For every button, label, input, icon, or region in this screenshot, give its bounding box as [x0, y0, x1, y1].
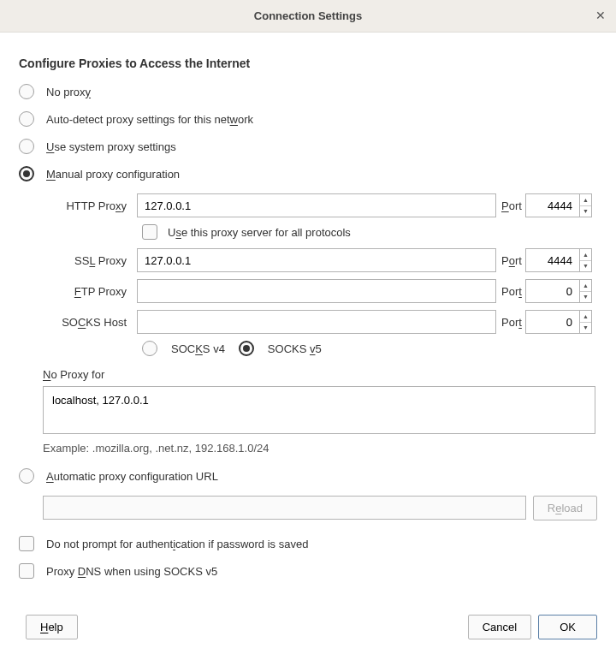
- chevron-down-icon[interactable]: ▼: [580, 323, 591, 334]
- socks-host-label: SOCKS Host: [43, 316, 137, 329]
- radio-label: Manual proxy configuration: [46, 168, 180, 181]
- use-all-label: Use this proxy server for all protocols: [168, 226, 351, 239]
- radio-icon-selected[interactable]: [19, 166, 34, 181]
- proxy-dns-label: Proxy DNS when using SOCKS v5: [46, 565, 217, 578]
- radio-socks-v5[interactable]: [239, 341, 254, 356]
- socks-v5-label: SOCKS v5: [268, 342, 322, 355]
- chevron-down-icon[interactable]: ▼: [580, 261, 591, 272]
- no-proxy-label: No Proxy for: [43, 368, 597, 381]
- ftp-port-input[interactable]: [525, 279, 580, 303]
- close-icon[interactable]: ✕: [595, 9, 606, 22]
- port-spinner[interactable]: ▲▼: [580, 310, 592, 334]
- dialog-title: Connection Settings: [254, 9, 362, 22]
- proxy-dns-checkbox[interactable]: [19, 563, 34, 579]
- no-proxy-example: Example: .mozilla.org, .net.nz, 192.168.…: [43, 442, 597, 455]
- chevron-down-icon[interactable]: ▼: [580, 292, 591, 303]
- radio-system-proxy[interactable]: Use system proxy settings: [19, 139, 597, 154]
- radio-no-proxy[interactable]: No proxy: [19, 84, 597, 99]
- radio-label: Automatic proxy configuration URL: [46, 470, 218, 483]
- reload-button[interactable]: Reload: [533, 496, 597, 520]
- help-button[interactable]: Help: [26, 615, 78, 639]
- ftp-port-label: Port: [496, 285, 525, 298]
- http-port-label: Port: [496, 199, 525, 212]
- radio-icon[interactable]: [19, 84, 34, 99]
- proxy-dns-row[interactable]: Proxy DNS when using SOCKS v5: [19, 563, 597, 579]
- socks-host-row: SOCKS Host Port ▲▼: [43, 310, 597, 334]
- no-proxy-textarea[interactable]: [43, 386, 595, 434]
- http-proxy-input[interactable]: [137, 193, 496, 217]
- ssl-port-input[interactable]: [525, 248, 580, 272]
- pac-url-row: Reload: [43, 496, 597, 520]
- radio-icon[interactable]: [19, 111, 34, 127]
- ftp-proxy-input[interactable]: [137, 279, 496, 303]
- ok-button[interactable]: OK: [538, 615, 597, 639]
- radio-label: Auto-detect proxy settings for this netw…: [46, 113, 253, 126]
- no-auth-prompt-row[interactable]: Do not prompt for authentication if pass…: [19, 536, 597, 551]
- chevron-up-icon[interactable]: ▲: [580, 311, 591, 323]
- dialog-footer: Help Cancel OK: [0, 606, 616, 653]
- radio-icon[interactable]: [19, 468, 34, 484]
- socks-port-label: Port: [496, 316, 525, 329]
- ftp-proxy-label: FTP Proxy: [43, 285, 137, 298]
- radio-label: No proxy: [46, 86, 91, 98]
- http-proxy-row: HTTP Proxy Port ▲▼: [43, 193, 597, 217]
- socks-host-input[interactable]: [137, 310, 496, 334]
- ftp-proxy-row: FTP Proxy Port ▲▼: [43, 279, 597, 303]
- port-spinner[interactable]: ▲▼: [580, 193, 592, 217]
- ssl-proxy-input[interactable]: [137, 248, 496, 272]
- http-port-input[interactable]: [525, 193, 580, 217]
- no-auth-checkbox[interactable]: [19, 536, 34, 551]
- radio-label: Use system proxy settings: [46, 140, 176, 153]
- bottom-checkboxes: Do not prompt for authentication if pass…: [19, 536, 597, 579]
- port-spinner[interactable]: ▲▼: [580, 248, 592, 272]
- http-proxy-label: HTTP Proxy: [43, 199, 137, 212]
- dialog-content: Configure Proxies to Access the Internet…: [0, 33, 616, 606]
- port-spinner[interactable]: ▲▼: [580, 279, 592, 303]
- manual-proxy-form: HTTP Proxy Port ▲▼ Use this proxy server…: [43, 193, 597, 455]
- cancel-button[interactable]: Cancel: [468, 615, 531, 639]
- ssl-port-label: Port: [496, 254, 525, 267]
- socks-version-row: SOCKS v4 SOCKS v5: [142, 341, 597, 356]
- titlebar: Connection Settings ✕: [0, 0, 616, 33]
- socks-port-input[interactable]: [525, 310, 580, 334]
- radio-socks-v4[interactable]: [142, 341, 157, 356]
- radio-manual-proxy[interactable]: Manual proxy configuration: [19, 166, 597, 181]
- chevron-up-icon[interactable]: ▲: [580, 280, 591, 292]
- pac-url-input[interactable]: [43, 496, 526, 520]
- chevron-up-icon[interactable]: ▲: [580, 194, 591, 206]
- chevron-up-icon[interactable]: ▲: [580, 249, 591, 261]
- ssl-proxy-label: SSL Proxy: [43, 254, 137, 267]
- ssl-proxy-row: SSL Proxy Port ▲▼: [43, 248, 597, 272]
- section-heading: Configure Proxies to Access the Internet: [19, 56, 597, 70]
- no-auth-label: Do not prompt for authentication if pass…: [46, 538, 308, 550]
- use-all-checkbox[interactable]: [142, 224, 157, 240]
- use-all-protocols-row[interactable]: Use this proxy server for all protocols: [142, 224, 597, 240]
- radio-auto-detect[interactable]: Auto-detect proxy settings for this netw…: [19, 111, 597, 127]
- socks-v4-label: SOCKS v4: [171, 342, 225, 355]
- radio-icon[interactable]: [19, 139, 34, 154]
- radio-pac-url[interactable]: Automatic proxy configuration URL: [19, 468, 597, 484]
- chevron-down-icon[interactable]: ▼: [580, 206, 591, 217]
